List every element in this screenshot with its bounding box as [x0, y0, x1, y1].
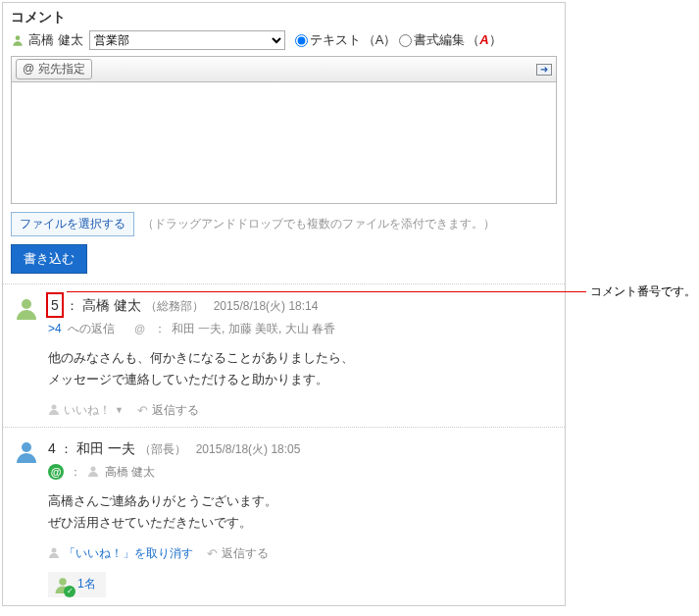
format-text-label: テキスト [310, 31, 361, 49]
file-select-button[interactable]: ファイルを選択する [11, 212, 134, 236]
check-icon: ✓ [64, 586, 75, 597]
svg-point-2 [52, 404, 57, 409]
reply-to-label: への返信 [68, 321, 115, 337]
colon: ： [60, 439, 73, 460]
comment-actions: いいね！ ▼ ↶ 返信する [48, 402, 555, 419]
format-rich-radio[interactable] [399, 34, 412, 47]
unlike-label: 「いいね！」を取り消す [64, 545, 193, 562]
expand-icon[interactable]: ➜ [536, 64, 552, 76]
svg-point-3 [22, 442, 31, 452]
user-icon [11, 33, 25, 47]
callout-line [67, 291, 586, 292]
user-icon [87, 465, 99, 480]
comment-dept: （部長） [139, 440, 186, 459]
section-title: コメント [3, 3, 565, 30]
like-button[interactable]: いいね！ ▼ [48, 402, 124, 419]
liker-avatar: ✓ [54, 576, 72, 593]
avatar [15, 296, 38, 320]
mention-icon: @ [132, 321, 148, 336]
svg-point-4 [91, 466, 96, 471]
reply-icon: ↶ [207, 546, 218, 561]
avatar [15, 439, 38, 463]
mention-button[interactable]: @ 宛先指定 [16, 59, 92, 79]
comment-header: 4 ： 和田 一夫 （部長） 2015/8/18(火) 18:05 [48, 437, 555, 460]
format-rich-label: 書式編集 [414, 31, 465, 49]
comment-item: 4 ： 和田 一夫 （部長） 2015/8/18(火) 18:05 @ ： 高橋… [3, 427, 565, 605]
reply-button[interactable]: ↶ 返信する [207, 545, 269, 562]
comment-item: 5 ： 高橋 健太 （総務部） 2015/8/18(火) 18:14 >4 への… [3, 283, 565, 427]
format-options: テキスト （A） 書式編集 （A） [295, 31, 502, 49]
mention-line: @ ： 高橋 健太 [48, 464, 555, 481]
reply-to-line: >4 への返信 @ ： 和田 一夫, 加藤 美咲, 大山 春香 [48, 321, 555, 337]
svg-point-1 [22, 299, 31, 309]
comment-textarea[interactable] [11, 81, 557, 204]
colon: ： [70, 464, 81, 481]
user-icon [48, 546, 60, 561]
comment-text: 他のみなさんも、何かきになることがありましたら、 メッセージで連絡していただける… [48, 347, 555, 390]
reply-label: 返信する [152, 402, 199, 419]
composer-username: 高橋 健太 [28, 31, 83, 49]
mention-names: 高橋 健太 [105, 464, 155, 481]
svg-point-5 [52, 547, 57, 552]
callout-label: コメント番号です。 [590, 283, 696, 300]
colon: ： [66, 296, 78, 317]
mention-names: 和田 一夫, 加藤 美咲, 大山 春香 [172, 321, 335, 337]
comment-text: 高橋さんご連絡ありがとうございます。 ぜひ活用させていただきたいです。 [48, 490, 555, 534]
comment-author: 和田 一夫 [76, 437, 135, 459]
mention-icon: @ [48, 464, 64, 480]
attach-row: ファイルを選択する （ドラッグアンドドロップでも複数のファイルを添付できます。） [3, 204, 565, 244]
comment-number: 5 [48, 294, 62, 316]
comment-actions: 「いいね！」を取り消す ↶ 返信する [48, 545, 555, 562]
format-text-option[interactable]: テキスト （A） [295, 31, 397, 49]
reply-icon: ↶ [137, 403, 148, 418]
composer-author-row: 高橋 健太 営業部 テキスト （A） 書式編集 （A） [3, 30, 565, 56]
format-text-radio[interactable] [295, 34, 308, 47]
attach-hint: （ドラッグアンドドロップでも複数のファイルを添付できます。） [142, 216, 495, 232]
department-select[interactable]: 営業部 [89, 30, 285, 50]
format-rich-option[interactable]: 書式編集 （A） [399, 31, 501, 49]
colon: ： [154, 321, 166, 337]
comment-author: 高橋 健太 [82, 294, 141, 316]
reply-to-link[interactable]: >4 [48, 322, 62, 335]
format-rich-a: （A） [467, 31, 501, 49]
user-icon [48, 403, 60, 418]
svg-point-0 [16, 35, 21, 40]
likes-count[interactable]: 1名 [77, 576, 96, 592]
comment-number: 4 [48, 437, 56, 459]
comment-dept: （総務部） [145, 297, 204, 316]
comment-time: 2015/8/18(火) 18:14 [214, 297, 319, 316]
reply-label: 返信する [222, 545, 269, 562]
unlike-button[interactable]: 「いいね！」を取り消す [48, 545, 193, 562]
comment-time: 2015/8/18(火) 18:05 [196, 440, 301, 459]
likes-summary: ✓ 1名 [48, 572, 106, 597]
submit-button[interactable]: 書き込む [11, 244, 87, 274]
comment-header: 5 ： 高橋 健太 （総務部） 2015/8/18(火) 18:14 [48, 294, 555, 317]
like-label: いいね！ [64, 402, 111, 419]
svg-point-6 [59, 578, 67, 586]
reply-button[interactable]: ↶ 返信する [137, 402, 199, 419]
format-text-a: （A） [363, 31, 397, 49]
composer-toolbar: @ 宛先指定 ➜ [11, 56, 557, 81]
chevron-down-icon: ▼ [115, 405, 124, 415]
